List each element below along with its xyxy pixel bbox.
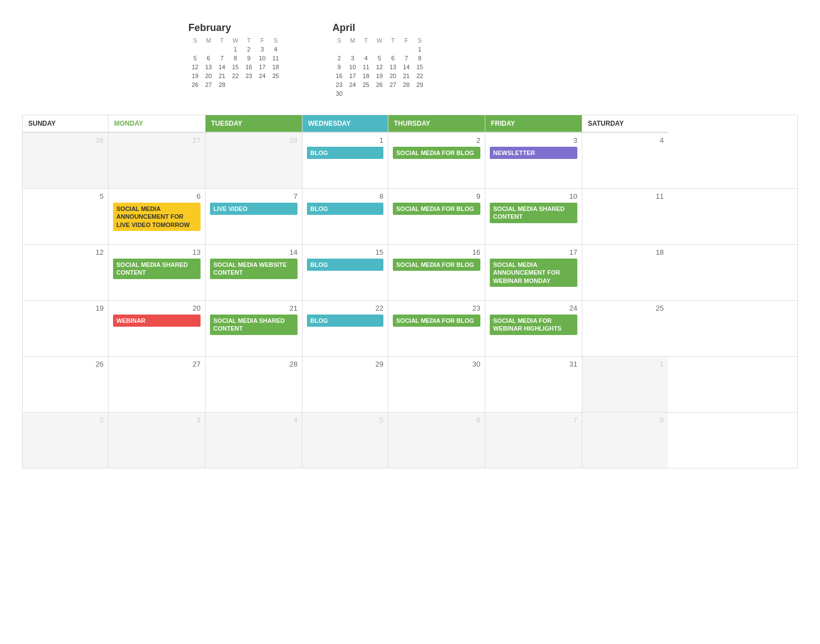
day-number: 5 bbox=[27, 192, 104, 200]
cal-header-sunday: SUNDAY bbox=[23, 115, 109, 133]
mini-cal-title: February bbox=[188, 22, 299, 34]
day-number: 3 bbox=[490, 136, 577, 145]
cal-header-thursday: THURSDAY bbox=[388, 115, 485, 133]
cal-cell: 1BLOG bbox=[303, 133, 388, 188]
day-number: 17 bbox=[490, 248, 577, 256]
day-number: 27 bbox=[113, 136, 201, 145]
mini-cal-february: FebruarySMTWTFS1234567891011121314151617… bbox=[188, 22, 299, 98]
event-tag: LIVE VIDEO bbox=[210, 203, 298, 215]
day-number: 6 bbox=[393, 416, 480, 424]
day-number: 16 bbox=[393, 248, 480, 256]
day-number: 25 bbox=[587, 304, 664, 312]
cal-header-saturday: SATURDAY bbox=[582, 115, 668, 133]
day-number: 9 bbox=[393, 192, 480, 200]
event-tag: SOCIAL MEDIA WEBSITE CONTENT bbox=[210, 259, 298, 279]
cal-cell: 8 bbox=[582, 413, 668, 468]
calendar-body: 2627281BLOG2SOCIAL MEDIA FOR BLOG3NEWSLE… bbox=[23, 133, 797, 468]
page-header: FebruarySMTWTFS1234567891011121314151617… bbox=[22, 17, 798, 98]
day-number: 14 bbox=[210, 248, 298, 256]
day-number: 29 bbox=[307, 360, 383, 368]
day-number: 12 bbox=[27, 248, 104, 256]
day-number: 7 bbox=[210, 192, 298, 200]
mini-cal-april: AprilSMTWTFS1234567891011121314151617181… bbox=[332, 22, 443, 98]
day-number: 23 bbox=[393, 304, 480, 312]
day-number: 19 bbox=[27, 304, 104, 312]
day-number: 26 bbox=[27, 136, 104, 145]
event-tag: SOCIAL MEDIA FOR WEBINAR HIGHLIGHTS bbox=[490, 315, 577, 335]
cal-cell: 29 bbox=[303, 357, 388, 412]
event-tag: SOCIAL MEDIA ANNOUNCEMENT FOR LIVE VIDEO… bbox=[113, 203, 201, 231]
cal-header-wednesday: WEDNESDAY bbox=[303, 115, 388, 133]
mini-calendars: FebruarySMTWTFS1234567891011121314151617… bbox=[188, 22, 443, 98]
day-number: 4 bbox=[210, 416, 298, 424]
cal-week-3: 1213SOCIAL MEDIA SHARED CONTENT14SOCIAL … bbox=[23, 245, 797, 301]
day-number: 26 bbox=[27, 360, 104, 368]
cal-cell: 5 bbox=[23, 189, 109, 244]
event-tag: SOCIAL MEDIA SHARED CONTENT bbox=[490, 203, 577, 223]
calendar-header: SUNDAYMONDAYTUESDAYWEDNESDAYTHURSDAYFRID… bbox=[23, 115, 797, 133]
cal-cell: 18 bbox=[582, 245, 668, 300]
event-tag: SOCIAL MEDIA FOR BLOG bbox=[393, 147, 480, 159]
event-tag: BLOG bbox=[307, 315, 383, 327]
cal-cell: 20WEBINAR bbox=[109, 301, 206, 356]
cal-header-tuesday: TUESDAY bbox=[206, 115, 303, 133]
day-number: 18 bbox=[587, 248, 664, 256]
event-tag: BLOG bbox=[307, 147, 383, 159]
cal-cell: 4 bbox=[206, 413, 303, 468]
event-tag: BLOG bbox=[307, 203, 383, 215]
day-number: 7 bbox=[490, 416, 577, 424]
day-number: 8 bbox=[307, 192, 383, 200]
day-number: 5 bbox=[307, 416, 383, 424]
event-tag: WEBINAR bbox=[113, 315, 201, 327]
cal-cell: 16SOCIAL MEDIA FOR BLOG bbox=[388, 245, 485, 300]
cal-week-2: 56SOCIAL MEDIA ANNOUNCEMENT FOR LIVE VID… bbox=[23, 189, 797, 245]
cal-cell: 1 bbox=[582, 357, 668, 412]
cal-cell: 15BLOG bbox=[303, 245, 388, 300]
day-number: 28 bbox=[210, 360, 298, 368]
cal-cell: 26 bbox=[23, 133, 109, 188]
day-number: 3 bbox=[113, 416, 201, 424]
cal-cell: 22BLOG bbox=[303, 301, 388, 356]
cal-cell: 2SOCIAL MEDIA FOR BLOG bbox=[388, 133, 485, 188]
cal-cell: 11 bbox=[582, 189, 668, 244]
day-number: 2 bbox=[27, 416, 104, 424]
cal-cell: 3 bbox=[109, 413, 206, 468]
event-tag: SOCIAL MEDIA SHARED CONTENT bbox=[210, 315, 298, 335]
cal-cell: 5 bbox=[303, 413, 388, 468]
cal-cell: 6 bbox=[388, 413, 485, 468]
day-number: 30 bbox=[393, 360, 480, 368]
cal-cell: 7 bbox=[485, 413, 582, 468]
day-number: 13 bbox=[113, 248, 201, 256]
cal-cell: 28 bbox=[206, 133, 303, 188]
mini-cal-title: April bbox=[332, 22, 443, 34]
cal-cell: 9SOCIAL MEDIA FOR BLOG bbox=[388, 189, 485, 244]
cal-cell: 27 bbox=[109, 357, 206, 412]
cal-cell: 7LIVE VIDEO bbox=[206, 189, 303, 244]
cal-cell: 21SOCIAL MEDIA SHARED CONTENT bbox=[206, 301, 303, 356]
cal-cell: 30 bbox=[388, 357, 485, 412]
day-number: 8 bbox=[587, 416, 664, 424]
cal-header-monday: MONDAY bbox=[109, 115, 206, 133]
cal-cell: 25 bbox=[582, 301, 668, 356]
day-number: 15 bbox=[307, 248, 383, 256]
day-number: 20 bbox=[113, 304, 201, 312]
cal-cell: 12 bbox=[23, 245, 109, 300]
cal-cell: 6SOCIAL MEDIA ANNOUNCEMENT FOR LIVE VIDE… bbox=[109, 189, 206, 244]
main-calendar: SUNDAYMONDAYTUESDAYWEDNESDAYTHURSDAYFRID… bbox=[22, 115, 798, 468]
cal-cell: 28 bbox=[206, 357, 303, 412]
cal-cell: 3NEWSLETTER bbox=[485, 133, 582, 188]
day-number: 4 bbox=[587, 136, 664, 145]
day-number: 2 bbox=[393, 136, 480, 145]
day-number: 31 bbox=[490, 360, 577, 368]
day-number: 21 bbox=[210, 304, 298, 312]
cal-cell: 10SOCIAL MEDIA SHARED CONTENT bbox=[485, 189, 582, 244]
event-tag: SOCIAL MEDIA ANNOUNCEMENT FOR WEBINAR MO… bbox=[490, 259, 577, 287]
cal-cell: 8BLOG bbox=[303, 189, 388, 244]
cal-header-friday: FRIDAY bbox=[485, 115, 582, 133]
cal-week-4: 1920WEBINAR21SOCIAL MEDIA SHARED CONTENT… bbox=[23, 301, 797, 357]
day-number: 1 bbox=[587, 360, 664, 368]
day-number: 24 bbox=[490, 304, 577, 312]
cal-cell: 17SOCIAL MEDIA ANNOUNCEMENT FOR WEBINAR … bbox=[485, 245, 582, 300]
day-number: 6 bbox=[113, 192, 201, 200]
cal-cell: 24SOCIAL MEDIA FOR WEBINAR HIGHLIGHTS bbox=[485, 301, 582, 356]
